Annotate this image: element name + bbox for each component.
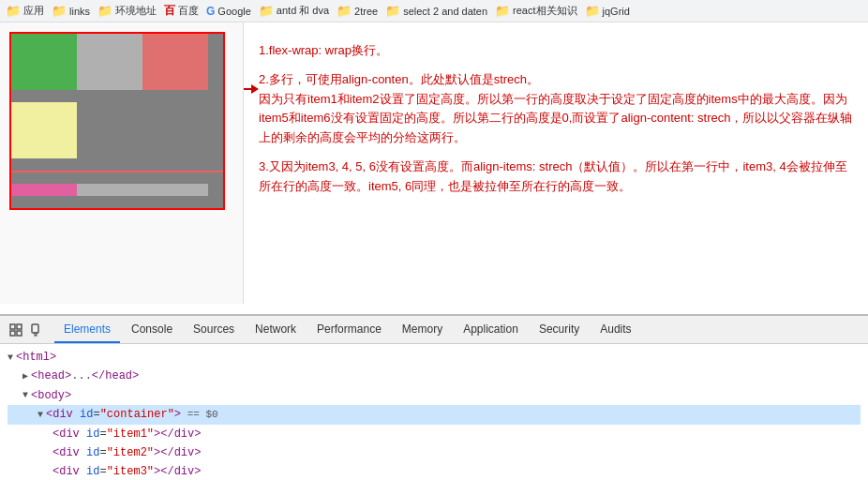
- bookmark-label: Google: [217, 6, 250, 17]
- svg-rect-0: [10, 324, 15, 329]
- bookmark-label: 百度: [178, 4, 199, 18]
- bookmark-env[interactable]: 📁 环境地址: [97, 4, 157, 18]
- exp-item-2: 2.多行，可使用align-conten。此处默认值是strech。 因为只有i…: [259, 70, 853, 148]
- flex-item-1: [11, 34, 77, 90]
- inspect-element-icon[interactable]: [7, 322, 24, 338]
- bookmark-apps[interactable]: 📁 应用: [6, 4, 44, 18]
- flex-demo-container: [9, 32, 225, 210]
- bookmarks-bar: 📁 应用 📁 links 📁 环境地址 百 百度 G Google 📁 antd…: [0, 0, 868, 22]
- bookmark-2tree[interactable]: 📁 2tree: [337, 4, 378, 18]
- tab-sources[interactable]: Sources: [184, 316, 244, 343]
- devtools-tabs: Elements Console Sources Network Perform…: [0, 316, 868, 344]
- arrow-line: [244, 88, 253, 90]
- bookmark-label: antd 和 dva: [277, 4, 329, 18]
- expand-icon[interactable]: ▼: [37, 407, 43, 423]
- flex-item-8: [11, 196, 77, 208]
- svg-rect-2: [10, 331, 15, 336]
- folder-icon: 📁: [52, 4, 67, 18]
- tab-network[interactable]: Network: [246, 316, 306, 343]
- bookmark-antd[interactable]: 📁 antd 和 dva: [259, 4, 329, 18]
- bookmark-select2[interactable]: 📁 select 2 and daten: [385, 4, 487, 18]
- exp-point-3: 3.又因为item3, 4, 5, 6没有设置高度。而align-items: …: [259, 159, 847, 193]
- bookmark-links[interactable]: 📁 links: [52, 4, 90, 18]
- expand-icon[interactable]: ▼: [22, 387, 28, 403]
- folder-icon: 📁: [97, 4, 112, 18]
- tab-audits[interactable]: Audits: [591, 316, 640, 343]
- bookmark-label: 环境地址: [115, 4, 157, 18]
- tab-memory[interactable]: Memory: [393, 316, 452, 343]
- tab-performance[interactable]: Performance: [307, 316, 391, 343]
- bookmark-google[interactable]: G Google: [206, 5, 251, 18]
- bookmark-label: select 2 and daten: [403, 6, 487, 17]
- bookmark-baidu[interactable]: 百 百度: [164, 3, 199, 19]
- explanation-panel: 1.flex-wrap: wrap换行。 2.多行，可使用align-conte…: [244, 22, 868, 304]
- expand-icon[interactable]: ▼: [7, 350, 13, 366]
- main-content: 1.flex-wrap: wrap换行。 2.多行，可使用align-conte…: [0, 22, 868, 304]
- html-line-item2: <div id = "item2" ></div>: [7, 443, 861, 462]
- svg-rect-5: [35, 333, 37, 336]
- arrow-head: [251, 84, 259, 94]
- devtools-panel: Elements Console Sources Network Perform…: [0, 314, 868, 480]
- folder-icon: 📁: [259, 4, 274, 18]
- preview-panel: [0, 22, 244, 304]
- bookmark-jqgrid[interactable]: 📁 jqGrid: [585, 4, 630, 18]
- html-line-item1: <div id = "item1" ></div>: [7, 425, 861, 443]
- html-line-container[interactable]: ▼ <div id = "container" > == $0: [7, 405, 861, 424]
- baidu-icon: 百: [164, 3, 175, 19]
- bookmark-react[interactable]: 📁 react相关知识: [495, 4, 576, 18]
- explanation-text: 1.flex-wrap: wrap换行。 2.多行，可使用align-conte…: [259, 41, 853, 197]
- tab-console[interactable]: Console: [122, 316, 182, 343]
- bookmark-label: 应用: [23, 4, 44, 18]
- exp-point-2: 2.多行，可使用align-conten。此处默认值是strech。 因为只有i…: [259, 72, 852, 144]
- flex-item-2: [77, 34, 142, 90]
- devtools-tab-icons: [7, 322, 45, 338]
- arrow-annotation: [244, 88, 253, 90]
- html-line-head: ▶ <head> ... </head>: [7, 367, 861, 385]
- folder-icon: 📁: [337, 4, 352, 18]
- expand-icon[interactable]: ▶: [22, 368, 28, 384]
- html-line-item3: <div id = "item3" ></div>: [7, 462, 861, 480]
- bookmark-label: react相关知识: [513, 4, 576, 18]
- tab-security[interactable]: Security: [530, 316, 589, 343]
- exp-item-3: 3.又因为item3, 4, 5, 6没有设置高度。而align-items: …: [259, 158, 853, 197]
- tab-application[interactable]: Application: [454, 316, 528, 343]
- google-icon: G: [206, 5, 215, 18]
- device-toggle-icon[interactable]: [28, 322, 45, 338]
- svg-rect-4: [32, 324, 38, 333]
- folder-icon: 📁: [585, 4, 600, 18]
- dom-selected-marker: == $0: [181, 406, 218, 424]
- flex-item-3: [142, 34, 208, 90]
- bookmark-label: links: [69, 6, 90, 17]
- html-line-html: ▼ <html>: [7, 348, 861, 367]
- flex-item-4: [11, 102, 77, 158]
- devtools-html-content: ▼ <html> ▶ <head> ... </head> ▼ <body> ▼…: [0, 344, 868, 480]
- folder-icon: 📁: [495, 4, 510, 18]
- folder-icon: 📁: [6, 4, 21, 18]
- row-separator: [11, 171, 223, 172]
- tab-elements[interactable]: Elements: [54, 316, 120, 343]
- exp-point-1: 1.flex-wrap: wrap换行。: [259, 43, 388, 57]
- flex-item-6: [77, 184, 142, 196]
- bookmark-label: 2tree: [354, 6, 378, 17]
- bookmark-label: jqGrid: [603, 6, 630, 17]
- flex-item-7: [142, 184, 208, 196]
- svg-rect-3: [17, 331, 22, 336]
- html-line-body: ▼ <body>: [7, 386, 861, 405]
- folder-icon: 📁: [385, 4, 400, 18]
- exp-item-1: 1.flex-wrap: wrap换行。: [259, 41, 853, 61]
- flex-item-5: [11, 184, 77, 196]
- svg-rect-1: [17, 324, 22, 329]
